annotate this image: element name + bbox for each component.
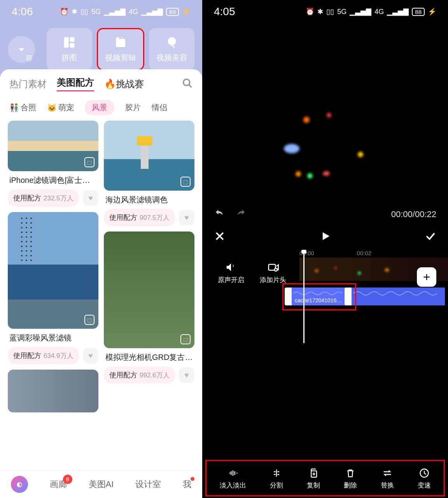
badge-count: 8 bbox=[63, 475, 72, 484]
card-grid[interactable]: ⬚ iPhone滤镜调色|富士… 使用配方232.5万人 ♥ ⬚ 蓝调彩噪风景滤… bbox=[0, 121, 202, 428]
notification-dot bbox=[191, 477, 194, 481]
card-item[interactable]: ⬚ iPhone滤镜调色|富士… 使用配方232.5万人 ♥ bbox=[8, 121, 98, 207]
card-thumb: ⬚ bbox=[8, 212, 98, 329]
tool-speed[interactable]: 变速 bbox=[418, 468, 431, 490]
editor-toolbar: 淡入淡出 分割 复制 删除 替换 变速 bbox=[202, 459, 448, 498]
vibrate-icon: ▯▯ bbox=[326, 7, 334, 16]
card-item[interactable] bbox=[8, 370, 98, 412]
logo-button[interactable]: ◐ bbox=[11, 476, 28, 493]
add-media-button[interactable]: + bbox=[417, 267, 436, 287]
charging-icon: ⚡ bbox=[428, 7, 436, 16]
time: 4:05 bbox=[214, 5, 235, 18]
action-row bbox=[202, 226, 448, 246]
nav-studio[interactable]: 设计室 bbox=[135, 479, 161, 490]
time-marks: 00:00 00:02 bbox=[202, 250, 448, 256]
tool-replace[interactable]: 替换 bbox=[381, 468, 394, 490]
battery: 88 bbox=[412, 8, 425, 16]
signal-5g: 5G bbox=[91, 8, 101, 16]
status-icons: ⏰ ✱ ▯▯ 5G▁▃▅▇ 4G▁▃▅▇ 88 ⚡ bbox=[306, 7, 436, 16]
add-clip-button[interactable]: 添加片头 bbox=[260, 261, 286, 284]
signal-5g: 5G bbox=[337, 8, 346, 16]
nav-me[interactable]: 我 bbox=[183, 479, 191, 490]
card-item[interactable]: ⬚ 蓝调彩噪风景滤镜 使用配方634.9万人 ♥ bbox=[8, 212, 98, 364]
use-recipe-button[interactable]: 使用配方634.9万人 bbox=[8, 347, 79, 364]
video-edit-button[interactable]: 视频剪辑 bbox=[97, 28, 145, 70]
tab-challenge[interactable]: 🔥挑战赛 bbox=[104, 78, 144, 90]
undo-button[interactable] bbox=[214, 208, 226, 221]
signal-4g: 4G bbox=[129, 8, 138, 16]
chip-pet[interactable]: 🐱萌宠 bbox=[47, 102, 74, 113]
content-area: 热门素材 美图配方 🔥挑战赛 👫合照 🐱萌宠 风景 胶片 情侣 ⬚ iPhone… bbox=[0, 69, 202, 498]
alarm-icon: ⏰ bbox=[60, 7, 68, 16]
confirm-button[interactable] bbox=[425, 230, 436, 244]
alarm-icon: ⏰ bbox=[306, 7, 314, 16]
play-button[interactable] bbox=[319, 230, 331, 244]
card-title: 模拟理光相机GRD复古… bbox=[104, 352, 194, 363]
phone-left-meitu: 4:06 ⏰ ✱ ▯▯ 5G▁▃▅▇ 4G▁▃▅▇ 89 ⚡ 容 拼图 视频剪辑… bbox=[0, 0, 202, 498]
svg-point-4 bbox=[184, 79, 190, 85]
chip-group[interactable]: 👫合照 bbox=[9, 102, 36, 113]
use-recipe-button[interactable]: 使用配方907.5万人 bbox=[104, 209, 175, 226]
video-preview[interactable] bbox=[202, 23, 448, 202]
chip-scenery[interactable]: 风景 bbox=[85, 100, 114, 115]
bottom-nav-left: ◐ 画廊8 美图AI 设计室 我 bbox=[0, 470, 202, 498]
use-recipe-button[interactable]: 使用配方232.5万人 bbox=[8, 189, 79, 207]
timecode: 00:00/00:22 bbox=[391, 209, 436, 219]
favorite-button[interactable]: ♥ bbox=[179, 210, 194, 225]
battery: 89 bbox=[166, 8, 179, 16]
template-icon: ⬚ bbox=[180, 177, 191, 187]
status-bar-left: 4:06 ⏰ ✱ ▯▯ 5G▁▃▅▇ 4G▁▃▅▇ 89 ⚡ bbox=[0, 0, 202, 23]
template-icon: ⬚ bbox=[180, 334, 191, 344]
category-chips: 👫合照 🐱萌宠 风景 胶片 情侣 bbox=[0, 98, 202, 121]
svg-rect-0 bbox=[64, 37, 69, 48]
card-title: iPhone滤镜调色|富士… bbox=[8, 175, 98, 186]
more-label: 容 bbox=[26, 54, 33, 62]
tool-delete[interactable]: 删除 bbox=[344, 468, 357, 490]
time: 4:06 bbox=[12, 5, 33, 18]
chip-couple[interactable]: 情侣 bbox=[152, 102, 167, 113]
favorite-button[interactable]: ♥ bbox=[83, 190, 98, 206]
charging-icon: ⚡ bbox=[182, 7, 191, 16]
svg-rect-1 bbox=[70, 37, 75, 42]
card-item[interactable]: ⬚ 模拟理光相机GRD复古… 使用配方992.6万人 ♥ bbox=[104, 231, 194, 384]
bluetooth-icon: ✱ bbox=[317, 7, 323, 16]
favorite-button[interactable]: ♥ bbox=[83, 348, 98, 363]
timeline-side-buttons: 原声开启 添加片头 bbox=[218, 261, 286, 284]
nav-gallery[interactable]: 画廊8 bbox=[50, 479, 67, 490]
card-title: 蓝调彩噪风景滤镜 bbox=[8, 333, 98, 343]
status-bar-right: 4:05 ⏰ ✱ ▯▯ 5G▁▃▅▇ 4G▁▃▅▇ 88 ⚡ bbox=[202, 0, 448, 23]
tab-recipe[interactable]: 美图配方 bbox=[57, 76, 94, 91]
original-sound-button[interactable]: 原声开启 bbox=[218, 261, 244, 284]
svg-point-3 bbox=[168, 37, 176, 46]
redo-button[interactable] bbox=[235, 208, 247, 221]
template-icon: ⬚ bbox=[84, 315, 94, 325]
svg-rect-2 bbox=[70, 43, 75, 48]
search-icon[interactable] bbox=[182, 78, 193, 90]
puzzle-button[interactable]: 拼图 bbox=[47, 28, 92, 70]
card-thumb: ⬚ bbox=[104, 121, 194, 191]
close-button[interactable] bbox=[214, 230, 226, 244]
chip-film[interactable]: 胶片 bbox=[125, 102, 141, 113]
highlight-box-audio bbox=[282, 283, 356, 310]
main-tabs: 热门素材 美图配方 🔥挑战赛 bbox=[0, 69, 202, 98]
favorite-button[interactable]: ♥ bbox=[179, 367, 194, 383]
audio-clip[interactable] bbox=[352, 288, 445, 305]
use-recipe-button[interactable]: 使用配方992.6万人 bbox=[104, 366, 175, 384]
tool-copy[interactable]: 复制 bbox=[307, 468, 320, 490]
timeline-area[interactable]: 00:00 00:02 原声开启 添加片头 + bbox=[202, 246, 448, 351]
card-thumb: ⬚ bbox=[104, 231, 194, 348]
video-beauty-button[interactable]: 视频美容 bbox=[149, 28, 194, 70]
phone-right-editor: 4:05 ⏰ ✱ ▯▯ 5G▁▃▅▇ 4G▁▃▅▇ 88 ⚡ 00:00/00:… bbox=[202, 0, 448, 498]
card-title: 海边风景滤镜调色 bbox=[104, 195, 194, 205]
card-thumb bbox=[8, 370, 98, 412]
tab-hot[interactable]: 热门素材 bbox=[9, 78, 47, 90]
nav-ai[interactable]: 美图AI bbox=[89, 479, 114, 490]
card-item[interactable]: ⬚ 海边风景滤镜调色 使用配方907.5万人 ♥ bbox=[104, 121, 194, 226]
playhead[interactable] bbox=[303, 252, 304, 343]
card-thumb: ⬚ bbox=[8, 121, 98, 171]
tool-fade[interactable]: 淡入淡出 bbox=[220, 468, 246, 490]
top-nav: 容 拼图 视频剪辑 视频美容 bbox=[0, 23, 202, 75]
tool-split[interactable]: 分割 bbox=[270, 468, 283, 490]
playback-controls: 00:00/00:22 bbox=[202, 202, 448, 226]
vibrate-icon: ▯▯ bbox=[80, 7, 88, 16]
